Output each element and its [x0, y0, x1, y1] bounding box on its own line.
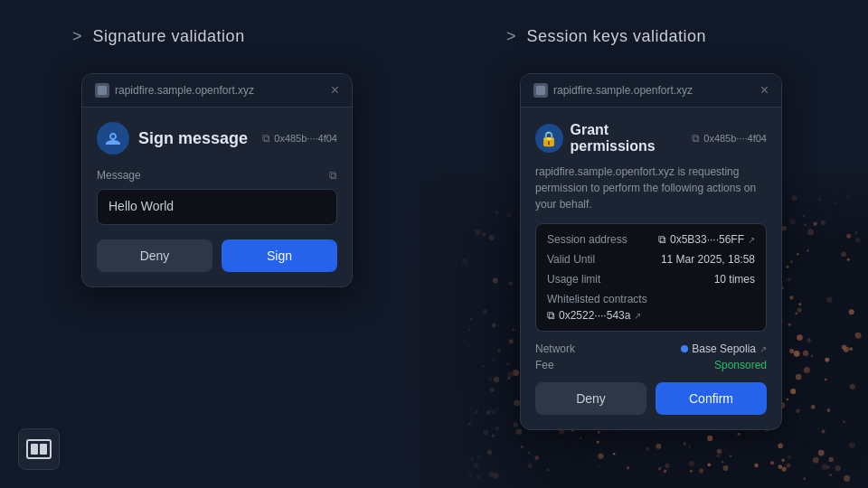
grant-modal-site: rapidfire.sample.openfort.xyz: [533, 83, 693, 98]
valid-until-label: Valid Until: [547, 253, 595, 266]
valid-until-row: Valid Until 11 Mar 2025, 18:58: [547, 253, 755, 266]
sign-address: 0x485b····4f04: [274, 133, 337, 144]
sign-address-chip: ⧉ 0x485b····4f04: [262, 132, 337, 145]
fee-label: Fee: [535, 359, 554, 371]
grant-title-left: 🔒 Grant permissions: [535, 122, 692, 155]
network-section: Network Base Sepolia ↗ Fee Sponsored: [535, 343, 767, 371]
sign-modal-site: rapidfire.sample.openfort.xyz: [95, 83, 254, 98]
title-arrow: >: [72, 27, 82, 45]
session-address-copy-icon: ⧉: [658, 233, 666, 246]
sign-avatar: [97, 122, 129, 155]
whitelisted-external-icon: ↗: [634, 311, 641, 321]
logo-box: [18, 428, 60, 470]
whitelisted-copy-icon: ⧉: [547, 309, 555, 322]
sign-title-left: Sign message: [97, 122, 248, 155]
grant-address-copy-icon: ⧉: [692, 132, 700, 145]
grant-title-text: Grant permissions: [571, 122, 693, 155]
network-label: Network: [535, 343, 575, 355]
grant-description: rapidfire.sample.openfort.xyz is request…: [535, 164, 767, 212]
usage-limit-row: Usage limit 10 times: [547, 273, 755, 286]
left-section-title: > Signature validation: [0, 27, 245, 46]
sign-button[interactable]: Sign: [222, 239, 337, 272]
confirm-button[interactable]: Confirm: [656, 382, 767, 415]
whitelisted-value: ⧉ 0x2522····543a ↗: [547, 309, 641, 322]
grant-permissions-modal: rapidfire.sample.openfort.xyz × 🔒 Grant …: [520, 73, 782, 430]
message-label-row: Message ⧉: [97, 169, 337, 182]
grant-close-button[interactable]: ×: [760, 83, 769, 98]
right-section-title: > Session keys validation: [434, 27, 706, 46]
session-address-row: Session address ⧉ 0x5B33····56FF ↗: [547, 233, 755, 246]
sign-message-modal: rapidfire.sample.openfort.xyz × Sign me: [81, 73, 353, 287]
usage-limit-label: Usage limit: [547, 273, 600, 286]
session-address-label: Session address: [547, 233, 627, 246]
sign-modal-header: rapidfire.sample.openfort.xyz ×: [82, 74, 352, 108]
message-copy-icon[interactable]: ⧉: [329, 169, 337, 182]
grant-title-row: 🔒 Grant permissions ⧉ 0x485b····4f04: [535, 122, 767, 155]
network-row: Network Base Sepolia ↗: [535, 343, 767, 355]
grant-site-favicon: [533, 83, 548, 98]
sign-button-row: Deny Sign: [97, 239, 337, 272]
logo-bottom-left: [18, 428, 60, 470]
fee-row: Fee Sponsored: [535, 359, 767, 371]
session-address-value: ⧉ 0x5B33····56FF ↗: [658, 233, 755, 246]
svg-rect-3: [40, 444, 47, 455]
grant-address: 0x485b····4f04: [703, 133, 767, 144]
address-copy-icon: ⧉: [262, 132, 270, 145]
sign-close-button[interactable]: ×: [331, 83, 339, 98]
network-dot: [681, 345, 688, 352]
site-favicon: [95, 83, 109, 98]
svg-rect-2: [31, 444, 38, 455]
valid-until-value: 11 Mar 2025, 18:58: [661, 253, 755, 266]
network-value: Base Sepolia ↗: [681, 343, 767, 355]
grant-deny-button[interactable]: Deny: [535, 382, 646, 415]
sign-site-url: rapidfire.sample.openfort.xyz: [115, 84, 254, 97]
session-address-external-icon: ↗: [748, 235, 755, 245]
whitelisted-row: Whitelisted contracts ⧉ 0x2522····543a ↗: [547, 293, 755, 322]
message-box: Hello World: [97, 189, 337, 225]
usage-limit-value: 10 times: [714, 273, 755, 286]
sign-title-row: Sign message ⧉ 0x485b····4f04: [97, 122, 337, 155]
sign-deny-button[interactable]: Deny: [97, 239, 212, 272]
network-external-icon: ↗: [760, 344, 767, 354]
grant-address-chip: ⧉ 0x485b····4f04: [692, 132, 767, 145]
grant-button-row: Deny Confirm: [535, 382, 767, 415]
grant-modal-header: rapidfire.sample.openfort.xyz ×: [521, 74, 781, 108]
lock-icon-wrap: 🔒: [535, 124, 563, 153]
whitelisted-label: Whitelisted contracts: [547, 293, 647, 305]
sign-modal-title-text: Sign message: [138, 129, 248, 148]
fee-value: Sponsored: [714, 359, 767, 371]
svg-rect-1: [27, 440, 51, 458]
grant-modal-body: 🔒 Grant permissions ⧉ 0x485b····4f04 rap…: [521, 108, 781, 429]
sign-modal-body: Sign message ⧉ 0x485b····4f04 Message ⧉ …: [82, 108, 352, 286]
logo-svg: [26, 439, 52, 459]
right-title-arrow: >: [506, 27, 516, 45]
permissions-table: Session address ⧉ 0x5B33····56FF ↗ Valid…: [535, 223, 767, 332]
lock-icon: 🔒: [540, 130, 558, 147]
grant-site-url: rapidfire.sample.openfort.xyz: [553, 84, 693, 97]
